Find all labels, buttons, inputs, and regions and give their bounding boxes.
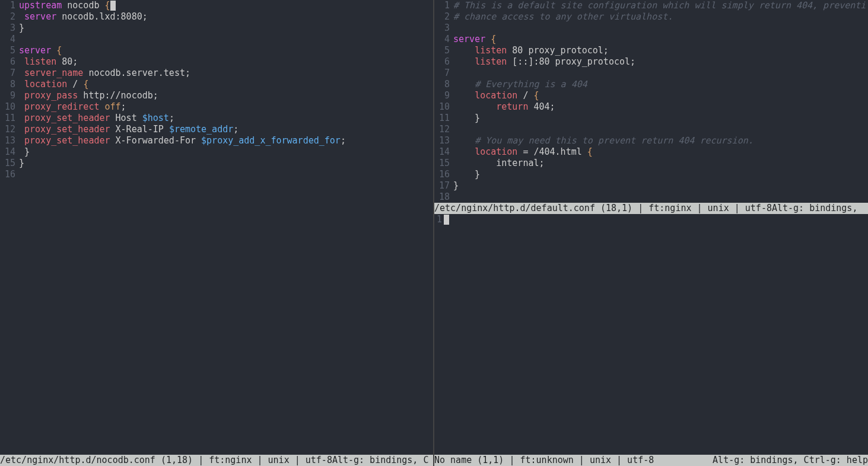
line-content[interactable]: proxy_set_header X-Forwarded-For $proxy_… [19,135,433,146]
status-left-text: No name (1,1) | ft:unknown | unix | utf-… [434,455,654,466]
line-content[interactable]: } [19,158,433,169]
code-line[interactable]: 15} [0,158,433,169]
line-number: 8 [0,79,19,90]
line-content[interactable]: proxy_pass http://nocodb; [19,90,433,101]
code-line[interactable]: 8 # Everything is a 404 [434,79,868,90]
code-line[interactable]: 3 [434,23,868,34]
line-content[interactable]: # chance access to any other virtualhost… [453,11,868,23]
line-content[interactable]: listen 80 proxy_protocol; [453,45,868,56]
line-number: 11 [0,113,19,124]
code-line[interactable]: 8 location / { [0,79,433,90]
code-line[interactable]: 14 } [0,146,433,158]
line-content[interactable]: location / { [19,79,433,90]
line-number: 6 [434,56,453,68]
line-content[interactable]: location / { [453,90,868,101]
line-content[interactable] [453,68,868,79]
code-line[interactable]: 6 listen 80; [0,56,433,68]
code-line[interactable]: 10 return 404; [434,101,868,113]
line-content[interactable]: } [453,180,868,191]
code-line[interactable]: 6 listen [::]:80 proxy_protocol; [434,56,868,68]
line-number: 13 [0,135,19,146]
code-line[interactable]: 14 location = /404.html { [434,146,868,158]
line-content[interactable] [453,23,868,34]
code-line[interactable]: 13 proxy_set_header X-Forwarded-For $pro… [0,135,433,146]
code-line[interactable]: 7 server_name nocodb.server.test; [0,68,433,79]
right-top-buffer[interactable]: 1# This is a default site configuration … [434,0,868,203]
code-line[interactable]: 13 # You may need this to prevent return… [434,135,868,146]
right-top-pane[interactable]: 1# This is a default site configuration … [434,0,868,214]
line-number: 9 [434,90,453,101]
code-line[interactable]: 4server { [434,34,868,45]
line-number: 18 [434,191,453,203]
code-line[interactable]: 5server { [0,45,433,56]
code-line[interactable]: 11 proxy_set_header Host $host; [0,113,433,124]
line-content[interactable]: } [19,146,433,158]
code-line[interactable]: 4 [0,34,433,45]
code-line[interactable]: 11 } [434,113,868,124]
line-content[interactable]: } [19,23,433,34]
line-number: 7 [434,68,453,79]
code-line[interactable]: 2 server nocodb.lxd:8080; [0,11,433,23]
line-content[interactable]: proxy_redirect off; [19,101,433,113]
line-content[interactable]: # Everything is a 404 [453,79,868,90]
line-number: 5 [434,45,453,56]
code-line[interactable]: 17} [434,180,868,191]
line-number: 15 [434,158,453,169]
line-number: 1 [434,0,453,11]
line-content[interactable]: proxy_set_header Host $host; [19,113,433,124]
code-line[interactable]: 9 location / { [434,90,868,101]
code-line[interactable]: 3} [0,23,433,34]
line-content[interactable]: upstream nocodb { [19,0,433,11]
line-content[interactable]: location = /404.html { [453,146,868,158]
code-line[interactable]: 12 [434,124,868,135]
left-pane[interactable]: 1upstream nocodb {2 server nocodb.lxd:80… [0,0,433,466]
line-content[interactable] [19,169,433,180]
line-number: 13 [434,135,453,146]
cursor [110,1,116,11]
line-content[interactable]: } [453,113,868,124]
line-content[interactable]: # This is a default site configuration w… [453,0,868,11]
code-line[interactable]: 1upstream nocodb { [0,0,433,11]
line-content[interactable] [453,191,868,203]
status-right-text: Alt-g: bindings, Ctrl-g: help [713,455,868,466]
line-number: 3 [0,23,19,34]
line-content[interactable]: server_name nocodb.server.test; [19,68,433,79]
line-number: 14 [0,146,19,158]
line-content[interactable]: internal; [453,158,868,169]
code-line[interactable]: 16 } [434,169,868,180]
right-top-statusbar: /etc/nginx/http.d/default.conf (18,1) | … [434,203,868,214]
left-buffer-fill[interactable] [0,180,433,455]
line-content[interactable]: proxy_set_header X-Real-IP $remote_addr; [19,124,433,135]
line-number: 10 [0,101,19,113]
line-content[interactable]: return 404; [453,101,868,113]
line-content[interactable]: # You may need this to prevent return 40… [453,135,868,146]
empty-line-content[interactable] [444,214,868,225]
line-content[interactable]: server nocodb.lxd:8080; [19,11,433,23]
line-content[interactable]: listen 80; [19,56,433,68]
code-line[interactable]: 1# This is a default site configuration … [434,0,868,11]
line-number: 10 [434,101,453,113]
line-number: 4 [0,34,19,45]
line-number: 1 [0,0,19,11]
right-bottom-statusbar: No name (1,1) | ft:unknown | unix | utf-… [434,455,868,466]
code-line[interactable]: 2# chance access to any other virtualhos… [434,11,868,23]
right-bottom-buffer[interactable]: 1 [434,214,868,455]
code-line[interactable]: 12 proxy_set_header X-Real-IP $remote_ad… [0,124,433,135]
line-number: 1 [434,214,444,225]
line-number: 15 [0,158,19,169]
code-line[interactable]: 15 internal; [434,158,868,169]
line-content[interactable] [453,124,868,135]
code-line[interactable]: 5 listen 80 proxy_protocol; [434,45,868,56]
line-content[interactable]: server { [19,45,433,56]
code-line[interactable]: 10 proxy_redirect off; [0,101,433,113]
line-number: 4 [434,34,453,45]
line-content[interactable]: listen [::]:80 proxy_protocol; [453,56,868,68]
line-content[interactable] [19,34,433,45]
line-content[interactable]: } [453,169,868,180]
code-line[interactable]: 7 [434,68,868,79]
code-line[interactable]: 9 proxy_pass http://nocodb; [0,90,433,101]
code-line[interactable]: 16 [0,169,433,180]
code-line[interactable]: 18 [434,191,868,203]
left-buffer[interactable]: 1upstream nocodb {2 server nocodb.lxd:80… [0,0,433,180]
line-content[interactable]: server { [453,34,868,45]
